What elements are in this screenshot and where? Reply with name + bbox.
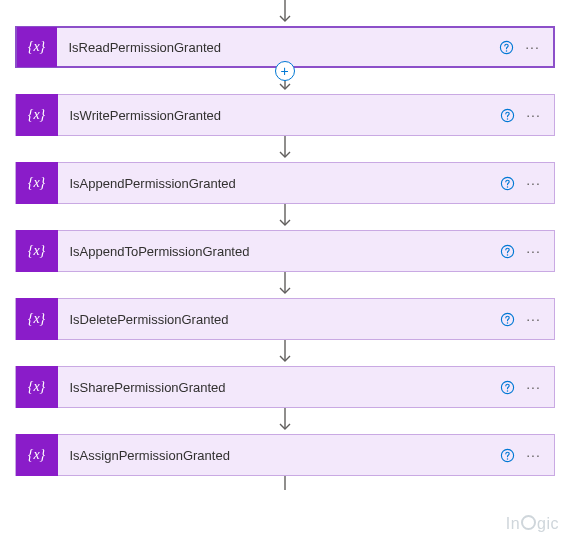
svg-point-5 bbox=[507, 118, 509, 120]
variable-glyph: {x} bbox=[28, 379, 45, 395]
variable-icon: {x} bbox=[16, 162, 58, 204]
variable-icon: {x} bbox=[16, 230, 58, 272]
flow-arrow-icon bbox=[278, 340, 292, 366]
flow-step[interactable]: {x}IsSharePermissionGranted··· bbox=[15, 366, 555, 408]
svg-point-20 bbox=[507, 458, 509, 460]
step-label: IsAppendToPermissionGranted bbox=[58, 244, 500, 259]
step-label: IsDeletePermissionGranted bbox=[58, 312, 500, 327]
step-label: IsWritePermissionGranted bbox=[58, 108, 500, 123]
variable-icon: {x} bbox=[17, 27, 57, 67]
flow-arrow-icon bbox=[278, 204, 292, 230]
more-icon[interactable]: ··· bbox=[522, 447, 546, 463]
svg-point-2 bbox=[506, 50, 508, 52]
variable-icon: {x} bbox=[16, 298, 58, 340]
flow-arrow-icon bbox=[278, 408, 292, 434]
more-icon[interactable]: ··· bbox=[522, 175, 546, 191]
svg-point-17 bbox=[507, 390, 509, 392]
variable-icon: {x} bbox=[16, 366, 58, 408]
help-icon[interactable] bbox=[499, 39, 515, 55]
flow-step[interactable]: {x}IsAssignPermissionGranted··· bbox=[15, 434, 555, 476]
svg-point-8 bbox=[507, 186, 509, 188]
flow-step[interactable]: {x}IsAppendPermissionGranted··· bbox=[15, 162, 555, 204]
help-icon[interactable] bbox=[500, 243, 516, 259]
help-icon[interactable] bbox=[500, 447, 516, 463]
variable-glyph: {x} bbox=[28, 243, 45, 259]
variable-glyph: {x} bbox=[28, 447, 45, 463]
step-label: IsReadPermissionGranted bbox=[57, 40, 499, 55]
variable-icon: {x} bbox=[16, 434, 58, 476]
help-icon[interactable] bbox=[500, 107, 516, 123]
variable-glyph: {x} bbox=[28, 39, 45, 55]
step-label: IsAssignPermissionGranted bbox=[58, 448, 500, 463]
flow-step[interactable]: {x}IsDeletePermissionGranted··· bbox=[15, 298, 555, 340]
more-icon[interactable]: ··· bbox=[521, 39, 545, 55]
help-icon[interactable] bbox=[500, 175, 516, 191]
variable-glyph: {x} bbox=[28, 311, 45, 327]
help-icon[interactable] bbox=[500, 311, 516, 327]
more-icon[interactable]: ··· bbox=[522, 379, 546, 395]
add-step-button[interactable]: + bbox=[275, 61, 295, 81]
more-icon[interactable]: ··· bbox=[522, 243, 546, 259]
flow-arrow-icon bbox=[278, 272, 292, 298]
step-label: IsAppendPermissionGranted bbox=[58, 176, 500, 191]
more-icon[interactable]: ··· bbox=[522, 311, 546, 327]
help-icon[interactable] bbox=[500, 379, 516, 395]
svg-point-14 bbox=[507, 322, 509, 324]
flow-arrow-icon bbox=[278, 0, 292, 26]
step-label: IsSharePermissionGranted bbox=[58, 380, 500, 395]
flow-arrow-icon bbox=[278, 476, 292, 490]
svg-point-11 bbox=[507, 254, 509, 256]
more-icon[interactable]: ··· bbox=[522, 107, 546, 123]
variable-glyph: {x} bbox=[28, 107, 45, 123]
variable-glyph: {x} bbox=[28, 175, 45, 191]
flow-arrow-icon bbox=[278, 136, 292, 162]
flow-step[interactable]: {x}IsWritePermissionGranted··· bbox=[15, 94, 555, 136]
variable-icon: {x} bbox=[16, 94, 58, 136]
flow-step[interactable]: {x}IsAppendToPermissionGranted··· bbox=[15, 230, 555, 272]
